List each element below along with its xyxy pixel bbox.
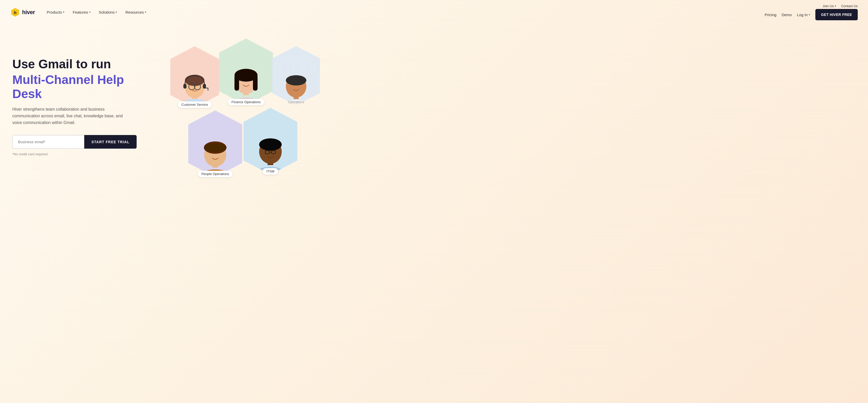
nav-features[interactable]: Features ▾ <box>69 8 94 16</box>
hex-itsm: ITSM <box>240 106 301 174</box>
chevron-down-icon: ▾ <box>63 10 64 14</box>
hex-label-finance-operations: Finance Operations <box>228 99 264 105</box>
hex-operations: Operations <box>269 45 323 105</box>
hex-people-operations: People Operations <box>184 109 246 177</box>
header-top-row: Join Us ▾ Contact Us <box>823 4 858 8</box>
brand-name: hiver <box>22 9 35 16</box>
svg-point-26 <box>286 75 306 86</box>
svg-point-39 <box>259 138 282 151</box>
header-bottom-row: Pricing Demo Log In ▾ GET HIVER FREE <box>765 9 858 20</box>
hex-label-customer-service: Customer Service <box>178 101 211 108</box>
get-hiver-free-button[interactable]: GET HIVER FREE <box>815 9 858 20</box>
email-form: START FREE TRIAL <box>12 135 146 148</box>
chevron-down-icon: ▾ <box>116 10 117 14</box>
nav-demo[interactable]: Demo <box>781 12 792 17</box>
hero-content: Use Gmail to run Multi-Channel Help Desk… <box>12 57 146 156</box>
hero-section: Use Gmail to run Multi-Channel Help Desk… <box>0 24 868 194</box>
nav-login[interactable]: Log In ▾ <box>797 12 810 17</box>
header: h hiver Products ▾ Features ▾ Solutions … <box>0 0 868 24</box>
hex-label-operations: Operations <box>284 99 308 105</box>
svg-rect-11 <box>183 84 186 89</box>
header-right: Join Us ▾ Contact Us Pricing Demo Log In… <box>765 4 858 20</box>
svg-text:h: h <box>14 10 17 15</box>
nav-products[interactable]: Products ▾ <box>43 8 68 16</box>
contact-us-link[interactable]: Contact Us <box>841 4 858 8</box>
svg-point-33 <box>204 143 226 152</box>
hex-label-people-operations: People Operations <box>198 171 232 177</box>
chevron-down-icon: ▾ <box>89 10 91 14</box>
nav-resources[interactable]: Resources ▾ <box>122 8 150 16</box>
svg-rect-20 <box>253 75 257 91</box>
svg-rect-19 <box>235 75 239 91</box>
join-us-link[interactable]: Join Us ▾ <box>823 4 836 8</box>
email-input[interactable] <box>12 135 84 148</box>
nav-solutions[interactable]: Solutions ▾ <box>95 8 121 16</box>
start-free-trial-button[interactable]: START FREE TRIAL <box>84 135 136 148</box>
chevron-down-icon: ▾ <box>809 13 810 16</box>
hex-finance-operations: Finance Operations <box>215 37 277 105</box>
svg-point-7 <box>185 75 205 86</box>
hex-label-itsm: ITSM <box>263 168 278 174</box>
hiver-logo-icon: h <box>10 7 20 17</box>
main-nav: Products ▾ Features ▾ Solutions ▾ Resour… <box>43 8 150 16</box>
hero-description: Hiver strengthens team collaboration and… <box>12 106 130 126</box>
hero-visual: Customer Service <box>161 35 856 178</box>
nav-pricing[interactable]: Pricing <box>765 12 777 17</box>
hexagon-grid: Customer Service <box>161 35 856 178</box>
chevron-down-icon: ▾ <box>145 10 146 14</box>
hero-title-line2: Multi-Channel Help Desk <box>12 73 146 101</box>
chevron-down-icon: ▾ <box>835 4 836 8</box>
logo[interactable]: h hiver <box>10 7 35 17</box>
header-left: h hiver Products ▾ Features ▾ Solutions … <box>10 7 150 17</box>
no-credit-text: *No credit card required <box>12 152 146 156</box>
hex-customer-service: Customer Service <box>166 45 223 108</box>
hero-title-line1: Use Gmail to run <box>12 57 146 71</box>
